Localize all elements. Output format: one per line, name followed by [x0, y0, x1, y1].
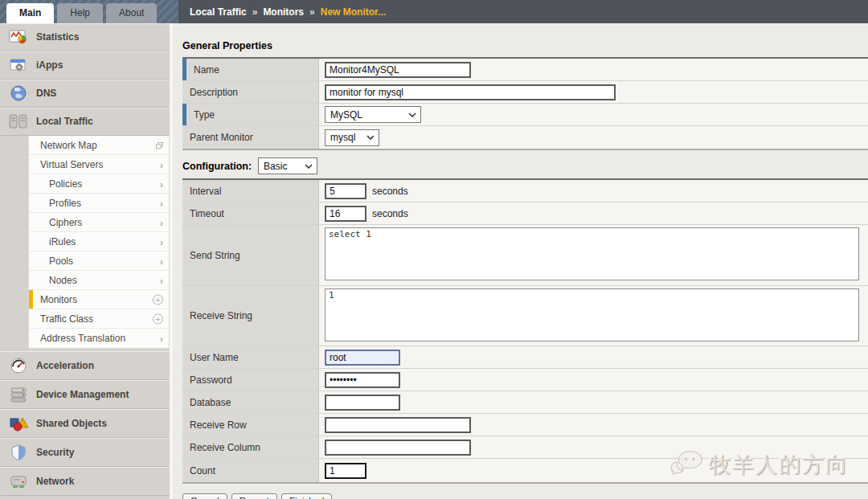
acceleration-icon [7, 356, 29, 375]
count-input[interactable] [325, 463, 366, 479]
sidebar-subitem-nodes[interactable]: Nodes › [29, 271, 169, 290]
name-input[interactable] [325, 62, 471, 78]
sidebar-item-device-management[interactable]: Device Management [0, 380, 170, 409]
parent-monitor-select[interactable]: mysql [325, 129, 379, 146]
interval-input[interactable] [325, 183, 366, 199]
sidebar-subitem-traffic-class[interactable]: Traffic Class + [29, 309, 169, 329]
receive-row-label: Receive Row [182, 414, 319, 436]
configuration-bar: Configuration: Basic [182, 157, 868, 174]
sidebar-subitem-irules[interactable]: iRules › [29, 232, 169, 252]
tab-help[interactable]: Help [57, 3, 103, 23]
chevron-right-icon: › [160, 236, 163, 247]
repeat-button[interactable]: Repeat [231, 493, 277, 499]
bigip-admin-window: Main Help About Local Traffic » Monitors… [0, 0, 868, 499]
send-string-row: Send String select 1 [182, 225, 868, 286]
cancel-button[interactable]: Cancel [182, 493, 227, 499]
interval-suffix: seconds [372, 186, 408, 197]
breadcrumb-item-monitors[interactable]: Monitors [263, 6, 304, 18]
send-string-label: Send String [182, 225, 319, 285]
sidebar-item-label: Local Traffic [36, 116, 93, 127]
sidebar-subitem-pools[interactable]: Pools › [29, 252, 169, 271]
chevron-right-icon: › [160, 275, 163, 285]
send-string-textarea[interactable]: select 1 [325, 227, 859, 280]
configuration-select-value: Basic [264, 161, 287, 172]
sidebar-item-label: DNS [36, 88, 56, 99]
local-traffic-icon [7, 112, 29, 131]
sidebar-item-iapps[interactable]: iApps [0, 51, 170, 80]
sidebar-subitem-virtual-servers[interactable]: Virtual Servers › [29, 155, 169, 174]
timeout-input[interactable] [325, 206, 366, 222]
type-row: Type MySQL [182, 104, 868, 126]
sidebar-item-label: iApps [36, 59, 63, 71]
count-label: Count [182, 459, 319, 482]
security-shield-icon [7, 443, 29, 462]
add-monitor-icon[interactable]: + [153, 294, 163, 305]
sidebar-subitem-monitors[interactable]: Monitors + [29, 290, 169, 309]
receive-string-label: Receive String [182, 286, 319, 346]
local-traffic-submenu: Network Map Virtual Servers › Policies ›… [28, 136, 170, 349]
parent-monitor-label: Parent Monitor [182, 126, 319, 149]
database-input[interactable] [325, 395, 400, 411]
sidebar-item-dns[interactable]: DNS [0, 80, 170, 108]
timeout-label: Timeout [182, 202, 319, 224]
user-name-row: User Name [182, 346, 868, 369]
sidebar-item-acceleration[interactable]: Acceleration [0, 351, 170, 380]
receive-string-row: Receive String 1 [182, 286, 868, 346]
type-label: Type [182, 104, 319, 125]
password-label: Password [182, 369, 319, 391]
sidebar-item-statistics[interactable]: Statistics [0, 23, 170, 51]
general-properties-table: Name Description Type MySQL Parent Monit… [182, 57, 868, 150]
breadcrumb-item-local-traffic[interactable]: Local Traffic [190, 6, 247, 18]
sidebar-item-label: Shared Objects [36, 418, 107, 429]
finished-button[interactable]: Finished [281, 493, 332, 499]
sidebar-subitem-policies[interactable]: Policies › [29, 174, 169, 194]
database-row: Database [182, 391, 868, 414]
password-row: Password [182, 369, 868, 391]
timeout-row: Timeout seconds [182, 202, 868, 225]
sidebar-subitem-network-map[interactable]: Network Map [29, 136, 169, 155]
tab-about[interactable]: About [106, 3, 157, 23]
sidebar-item-local-traffic[interactable]: Local Traffic [0, 108, 170, 136]
popout-icon [156, 140, 163, 151]
top-bar: Main Help About Local Traffic » Monitors… [0, 0, 868, 23]
description-label: Description [182, 81, 319, 103]
sidebar-item-shared-objects[interactable]: Shared Objects [0, 409, 170, 438]
configuration-table: Interval seconds Timeout seconds Send St… [182, 178, 868, 484]
breadcrumb-separator: » [252, 6, 258, 18]
shared-objects-icon [7, 414, 29, 433]
sidebar-item-label: Network [36, 476, 74, 487]
configuration-select[interactable]: Basic [258, 157, 317, 174]
receive-row-input[interactable] [325, 417, 471, 433]
description-input[interactable] [325, 84, 616, 100]
sidebar-item-label: Acceleration [36, 360, 94, 371]
breadcrumb: Local Traffic » Monitors » New Monitor..… [178, 0, 868, 23]
main-content: General Properties Name Description Type… [170, 23, 868, 499]
configuration-label: Configuration: [182, 161, 252, 172]
name-row: Name [182, 59, 868, 81]
sidebar-subitem-ciphers[interactable]: Ciphers › [29, 213, 169, 232]
parent-monitor-select-value: mysql [330, 132, 355, 143]
sidebar-item-label: Security [36, 447, 74, 458]
receive-column-input[interactable] [325, 440, 471, 456]
type-select[interactable]: MySQL [325, 106, 421, 123]
chevron-down-icon [305, 164, 313, 169]
chevron-right-icon: › [160, 178, 163, 189]
sidebar-item-security[interactable]: Security [0, 438, 170, 467]
tab-main[interactable]: Main [6, 3, 54, 23]
device-management-icon [7, 385, 29, 404]
watermark: 牧羊人的方向 [669, 449, 849, 480]
form-buttons: Cancel Repeat Finished [182, 493, 868, 499]
sidebar-subitem-profiles[interactable]: Profiles › [29, 194, 169, 213]
chevron-right-icon: › [160, 333, 163, 344]
sidebar-subitem-address-translation[interactable]: Address Translation › [29, 329, 169, 348]
add-traffic-class-icon[interactable]: + [153, 313, 163, 324]
chevron-down-icon [366, 135, 375, 140]
password-input[interactable] [325, 372, 400, 388]
interval-label: Interval [182, 180, 319, 202]
iapps-icon [7, 55, 29, 75]
sidebar-item-network[interactable]: Network [0, 467, 170, 496]
user-name-input[interactable] [325, 350, 400, 366]
receive-string-textarea[interactable]: 1 [325, 288, 859, 342]
type-select-value: MySQL [330, 109, 362, 121]
chevron-right-icon: › [160, 256, 163, 266]
